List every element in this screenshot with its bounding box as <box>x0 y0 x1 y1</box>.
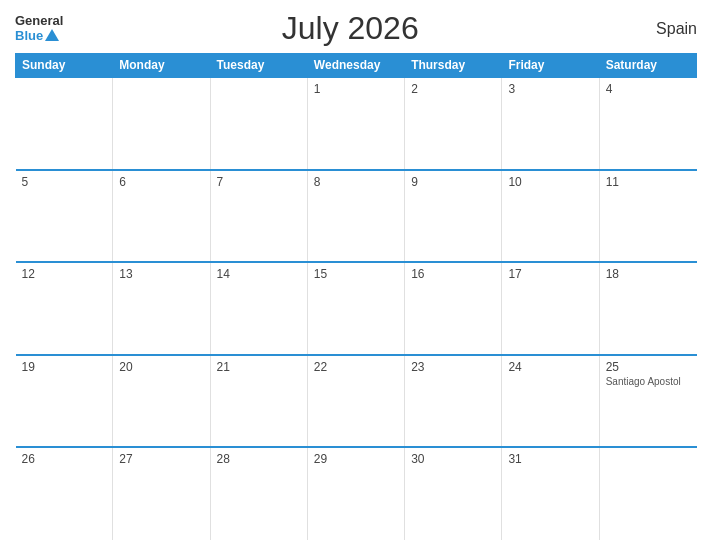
day-of-week-header: Wednesday <box>307 54 404 78</box>
calendar-day-cell <box>113 77 210 170</box>
day-number: 30 <box>411 452 495 466</box>
calendar-day-cell <box>16 77 113 170</box>
day-number: 23 <box>411 360 495 374</box>
calendar-day-cell: 14 <box>210 262 307 355</box>
day-of-week-header: Sunday <box>16 54 113 78</box>
day-number: 8 <box>314 175 398 189</box>
calendar-week-row: 1234 <box>16 77 697 170</box>
day-number: 14 <box>217 267 301 281</box>
day-number: 12 <box>22 267 107 281</box>
calendar-week-row: 19202122232425Santiago Apostol <box>16 355 697 448</box>
calendar-day-cell: 11 <box>599 170 696 263</box>
calendar-day-cell: 9 <box>405 170 502 263</box>
day-number: 26 <box>22 452 107 466</box>
day-number: 31 <box>508 452 592 466</box>
calendar-day-cell: 20 <box>113 355 210 448</box>
calendar-day-cell: 16 <box>405 262 502 355</box>
calendar-day-cell: 4 <box>599 77 696 170</box>
calendar-day-cell: 30 <box>405 447 502 540</box>
day-number: 16 <box>411 267 495 281</box>
calendar-day-cell: 6 <box>113 170 210 263</box>
calendar-day-cell: 2 <box>405 77 502 170</box>
day-number: 15 <box>314 267 398 281</box>
day-number: 2 <box>411 82 495 96</box>
calendar-day-cell: 7 <box>210 170 307 263</box>
calendar-day-cell: 22 <box>307 355 404 448</box>
day-number: 20 <box>119 360 203 374</box>
calendar-day-cell <box>599 447 696 540</box>
calendar-header: General Blue July 2026 Spain <box>15 10 697 47</box>
calendar-day-cell: 5 <box>16 170 113 263</box>
country-label: Spain <box>637 20 697 38</box>
calendar-page: General Blue July 2026 Spain SundayMonda… <box>0 0 712 550</box>
calendar-day-cell: 26 <box>16 447 113 540</box>
calendar-day-cell: 12 <box>16 262 113 355</box>
calendar-day-cell: 21 <box>210 355 307 448</box>
day-number: 25 <box>606 360 691 374</box>
day-number: 5 <box>22 175 107 189</box>
calendar-day-cell: 3 <box>502 77 599 170</box>
logo-blue-text: Blue <box>15 29 43 43</box>
calendar-day-cell: 25Santiago Apostol <box>599 355 696 448</box>
day-number: 13 <box>119 267 203 281</box>
calendar-day-cell: 31 <box>502 447 599 540</box>
logo-general-text: General <box>15 14 63 28</box>
calendar-day-cell: 1 <box>307 77 404 170</box>
calendar-table: SundayMondayTuesdayWednesdayThursdayFrid… <box>15 53 697 540</box>
calendar-day-cell: 29 <box>307 447 404 540</box>
calendar-day-cell: 10 <box>502 170 599 263</box>
day-of-week-header: Thursday <box>405 54 502 78</box>
day-number: 19 <box>22 360 107 374</box>
day-number: 21 <box>217 360 301 374</box>
day-number: 3 <box>508 82 592 96</box>
event-label: Santiago Apostol <box>606 376 691 387</box>
calendar-day-cell: 8 <box>307 170 404 263</box>
day-number: 4 <box>606 82 691 96</box>
calendar-day-cell: 27 <box>113 447 210 540</box>
calendar-day-cell: 13 <box>113 262 210 355</box>
calendar-day-cell: 19 <box>16 355 113 448</box>
calendar-day-cell: 28 <box>210 447 307 540</box>
calendar-week-row: 12131415161718 <box>16 262 697 355</box>
day-number: 10 <box>508 175 592 189</box>
calendar-day-cell: 18 <box>599 262 696 355</box>
calendar-day-cell: 15 <box>307 262 404 355</box>
day-number: 29 <box>314 452 398 466</box>
days-header-row: SundayMondayTuesdayWednesdayThursdayFrid… <box>16 54 697 78</box>
day-number: 27 <box>119 452 203 466</box>
day-number: 17 <box>508 267 592 281</box>
calendar-day-cell: 23 <box>405 355 502 448</box>
calendar-week-row: 262728293031 <box>16 447 697 540</box>
day-number: 7 <box>217 175 301 189</box>
logo-triangle-icon <box>45 29 59 41</box>
logo: General Blue <box>15 14 63 43</box>
day-number: 28 <box>217 452 301 466</box>
day-number: 18 <box>606 267 691 281</box>
day-number: 9 <box>411 175 495 189</box>
day-of-week-header: Saturday <box>599 54 696 78</box>
day-number: 11 <box>606 175 691 189</box>
day-number: 1 <box>314 82 398 96</box>
day-number: 6 <box>119 175 203 189</box>
day-number: 24 <box>508 360 592 374</box>
day-number: 22 <box>314 360 398 374</box>
day-of-week-header: Tuesday <box>210 54 307 78</box>
calendar-day-cell: 24 <box>502 355 599 448</box>
day-of-week-header: Monday <box>113 54 210 78</box>
calendar-day-cell <box>210 77 307 170</box>
month-title: July 2026 <box>63 10 637 47</box>
calendar-day-cell: 17 <box>502 262 599 355</box>
day-of-week-header: Friday <box>502 54 599 78</box>
calendar-week-row: 567891011 <box>16 170 697 263</box>
